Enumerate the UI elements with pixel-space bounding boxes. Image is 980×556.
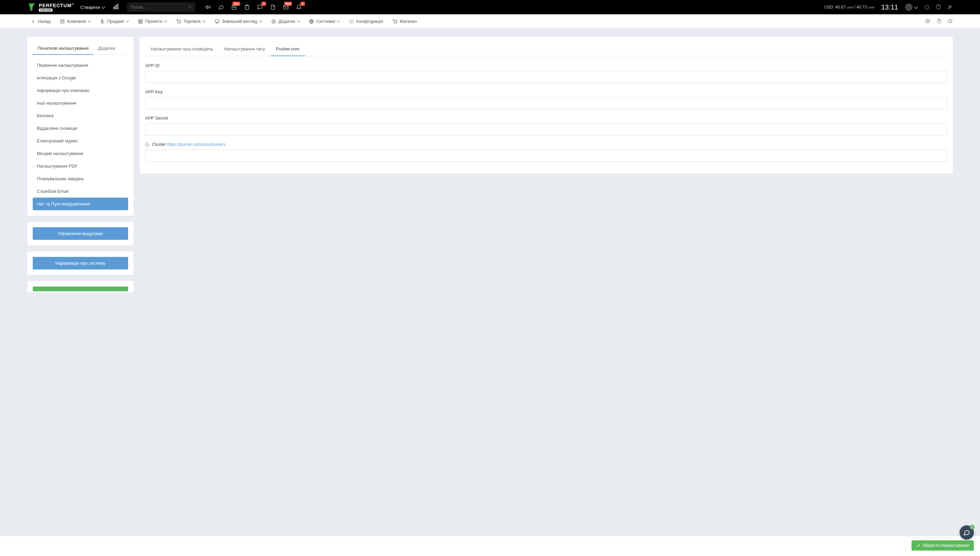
sidebar-list: Первинне налаштування Інтеграція з Googl… [33,59,128,210]
chevron-down-icon [164,19,167,22]
sidebar-item-local[interactable]: Місцеві налаштування [33,147,128,160]
layers-icon[interactable] [925,18,930,24]
input-app-id[interactable] [145,71,947,83]
nav-config[interactable]: Конфігурація [346,14,387,28]
sidebar-item-scheduler[interactable]: Планувальник завдань [33,172,128,185]
logo-subtext: CRM+ERP [39,8,52,11]
content-card: Налаштування пуш-сповіщень Налаштування … [140,37,953,173]
logo-registered: ® [71,3,74,6]
header-right: USD: 40.67 UAH / 40.73 UAH 13:11 [824,3,953,11]
user-menu[interactable] [905,3,917,11]
modules-button[interactable]: Управління модулями [33,227,128,240]
content-tabs: Налаштування пуш-сповіщень Налаштування … [145,42,947,56]
nav-back[interactable]: Назад [27,14,54,28]
sidebar-item-email[interactable]: Службові Email [33,185,128,197]
chevron-down-icon [337,19,340,22]
star-icon[interactable] [948,18,953,24]
input-app-key[interactable] [145,97,947,109]
sidebar: Початкові налаштування Додатки Первинне … [27,37,134,292]
svg-point-35 [396,23,397,23]
wrench-icon[interactable] [947,4,953,11]
sidebar-tab-initial[interactable]: Початкові налаштування [33,42,93,55]
sidebar-modules-card: Управління модулями [27,222,134,245]
help-icon[interactable] [936,4,941,11]
field-app-id: APP ID [145,63,947,83]
nav-sales[interactable]: Продажі [96,14,132,28]
svg-rect-17 [141,22,142,23]
input-cluster[interactable] [145,150,947,162]
sidebar-item-remote[interactable]: Віддалене сховище [33,122,128,134]
svg-marker-36 [925,19,930,21]
field-app-key: APP Key [145,89,947,109]
svg-point-18 [178,23,178,23]
search-input[interactable] [131,5,188,10]
bag-badge: 251 [232,2,240,6]
tab-push-settings[interactable]: Налаштування пуш-сповіщень [145,42,219,56]
tab-chat-settings[interactable]: Налаштування чату [219,42,270,56]
sidebar-item-google[interactable]: Інтеграція з Google [33,71,128,84]
create-dropdown[interactable]: Створити [81,5,105,10]
svg-point-34 [394,23,395,23]
svg-marker-37 [948,19,953,23]
svg-rect-1 [115,5,116,9]
sidebar-item-primary[interactable]: Первинне налаштування [33,59,128,71]
cluster-docs-link[interactable]: https://pusher.com/docs/clusters [167,142,225,147]
search-icon [188,5,192,10]
comment-icon[interactable] [218,5,224,10]
green-button-partial[interactable] [33,286,128,291]
mail-badge: 964 [284,2,292,6]
sidebar-tabs: Початкові налаштування Додатки [33,42,128,55]
svg-line-4 [191,8,191,8]
nav-trade[interactable]: Торгівля [173,14,208,28]
nav-company[interactable]: Компанія [57,14,94,28]
svg-rect-6 [246,5,248,6]
label-app-id: APP ID [145,63,947,68]
svg-rect-16 [139,22,140,23]
sound-icon[interactable] [205,5,211,10]
sidebar-item-company[interactable]: Інформація про компанію [33,84,128,97]
sidebar-sysinfo-card: Інформація про систему [27,251,134,275]
sidebar-item-chat-push[interactable]: Чат та Пуш-повідомлення [33,197,128,210]
chevron-down-icon [202,19,205,22]
sidebar-item-other[interactable]: Інші налаштування [33,97,128,109]
svg-rect-20 [215,19,219,22]
top-header: PERFECTUM® CRM+ERP Створити 251 3 [0,0,980,14]
stats-icon[interactable] [113,4,119,11]
chevron-down-icon [297,19,300,22]
search-box[interactable] [127,2,195,12]
bag-icon[interactable]: 251 [231,5,237,10]
nav-projects[interactable]: Проекти [134,14,170,28]
sidebar-item-security[interactable]: Безпека [33,109,128,122]
logo[interactable]: PERFECTUM® CRM+ERP [27,3,74,11]
nav-system[interactable]: Системні [306,14,343,28]
logo-mark-icon [27,3,36,11]
nav-store[interactable]: Магазин [389,14,420,28]
sidebar-item-pdf[interactable]: Налаштування PDF [33,160,128,172]
currency-display: USD: 40.67 UAH / 40.73 UAH [824,5,874,10]
bell-icon[interactable]: 3 [296,5,302,10]
input-app-secret[interactable] [145,123,947,136]
svg-rect-15 [141,19,142,21]
bell-badge: 3 [300,2,305,6]
hand-icon[interactable] [936,18,941,24]
nav-bar: Назад Компанія Продажі Проекти Торгівля … [0,14,980,29]
tab-pusher[interactable]: Pusher.com [270,42,305,56]
sysinfo-button[interactable]: Інформація про систему [33,257,128,270]
sidebar-green-card [27,281,134,292]
file-icon[interactable] [270,5,276,10]
create-label: Створити [81,5,100,10]
nav-appearance[interactable]: Зовнішній вигляд [211,14,265,28]
chevron-down-icon [259,19,262,22]
help-circle-icon[interactable]: ? [145,143,149,147]
nav-addons[interactable]: Додатки [268,14,303,28]
sidebar-settings-card: Початкові налаштування Додатки Первинне … [27,37,134,216]
svg-point-3 [188,5,191,8]
power-icon[interactable] [924,4,930,11]
clipboard-icon[interactable] [244,5,250,10]
mail-icon[interactable]: 964 [283,5,289,10]
sidebar-item-esign[interactable]: Електронний підпис [33,134,128,147]
chevron-down-icon [88,19,91,22]
sidebar-tab-addons[interactable]: Додатки [93,42,120,55]
chat-icon[interactable]: 3 [257,5,263,10]
main-content: Початкові налаштування Додатки Первинне … [0,29,980,301]
